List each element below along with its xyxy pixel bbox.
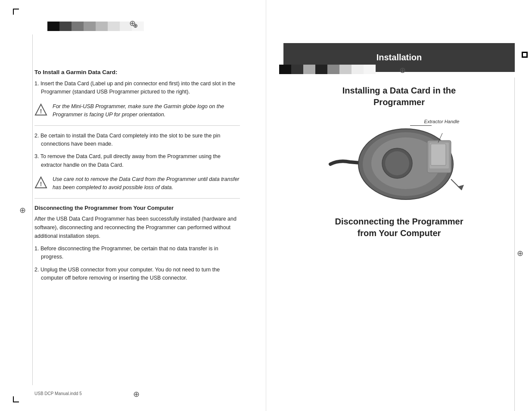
corner-mark-tr: [522, 52, 528, 58]
right-page: ⊕ ⊕ ⊕ Installation Installing a Data Car…: [266, 0, 532, 411]
left-margin-line: [32, 34, 33, 385]
programmer-svg: [326, 117, 464, 203]
disconnect-step-2: 2. Unplug the USB connector from your co…: [34, 266, 240, 283]
bar-sq: [291, 65, 303, 74]
bar-sq: [303, 65, 315, 74]
disconnect-heading: Disconnecting the Programmer from Your C…: [34, 205, 240, 211]
extractor-line: [410, 125, 432, 126]
bar-sq: [352, 65, 364, 74]
extractor-label: Extractor Handle: [424, 119, 460, 124]
bar-sq: [339, 65, 352, 74]
step-2: 2. Be certain to install the Data Card c…: [34, 132, 240, 149]
bar-sq: [279, 65, 291, 74]
install-heading: To Install a Garmin Data Card:: [34, 69, 240, 75]
caution-icon-1: !: [34, 103, 47, 116]
corner-mark-tl: [13, 9, 19, 15]
corner-mark-bl: [13, 396, 19, 402]
svg-rect-9: [431, 144, 446, 165]
reg-mark-top-right: ⊕: [399, 65, 406, 75]
svg-text:!: !: [40, 108, 42, 115]
caution-text-1: For the Mini-USB Programmer, make sure t…: [53, 103, 240, 119]
page-container: ⊕ To Install a Garmin Data Card: 1. Inse…: [0, 0, 532, 411]
disconnect-step-1: 1. Before disconnecting the Programmer, …: [34, 245, 240, 262]
bar-squares-right: [279, 65, 376, 74]
reg-mark-right-center: ⊕: [517, 249, 523, 258]
svg-point-13: [385, 151, 409, 175]
caution-icon-2: !: [34, 176, 47, 189]
right-top-bar: [279, 65, 378, 74]
right-margin-line: [514, 78, 515, 411]
bar-sq: [47, 22, 59, 31]
caution-box-1: ! For the Mini-USB Programmer, make sure…: [34, 103, 240, 126]
bar-sq: [108, 22, 120, 31]
reg-mark-left: ⊕: [19, 206, 26, 215]
reg-mark-bottom-left: ⊕: [133, 389, 140, 399]
footer-left: USB DCP Manual.indd 5: [34, 391, 82, 396]
bar-sq: [96, 22, 108, 31]
bar-sq: [364, 65, 376, 74]
bar-sq: [72, 22, 84, 31]
step-3: 3. To remove the Data Card, pull directl…: [34, 153, 240, 169]
bar-sq: [84, 22, 96, 31]
right-page-inner: ⊕ ⊕ ⊕ Installation Installing a Data Car…: [266, 43, 532, 411]
programmer-illustration: Extractor Handle: [326, 117, 473, 207]
left-content: To Install a Garmin Data Card: 1. Insert…: [34, 69, 240, 282]
bar-sq: [59, 22, 72, 31]
svg-text:!: !: [40, 181, 42, 187]
caution-box-2: ! Use care not to remove the Data Card f…: [34, 175, 240, 199]
reg-mark-top: ⊕: [133, 22, 142, 31]
bar-sq: [327, 65, 339, 74]
caution-text-2: Use care not to remove the Data Card fro…: [53, 175, 240, 192]
step-1: 1. Insert the Data Card (Label up and pi…: [34, 80, 240, 97]
bar-sq: [315, 65, 327, 74]
left-page: ⊕ To Install a Garmin Data Card: 1. Inse…: [0, 0, 266, 411]
section-title-1: Installing a Data Card in the Programmer: [283, 85, 515, 108]
section-title-2: Disconnecting the Programmer from Your C…: [283, 216, 515, 239]
disconnect-intro: After the USB Data Card Programmer has b…: [34, 215, 240, 240]
